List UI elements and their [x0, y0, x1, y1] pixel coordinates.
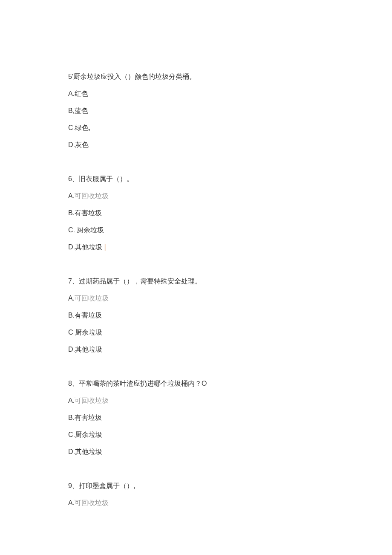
question-block: 8、平常喝茶的茶叶渣应扔进哪个垃圾桶内？OA.可回收垃圾B.有害垃圾C.厨余垃圾… — [68, 375, 324, 460]
question-text: 8、平常喝茶的茶叶渣应扔进哪个垃圾桶内？O — [68, 375, 324, 392]
option: C.绿色, — [68, 119, 324, 136]
option: C.厨余垃圾 — [68, 426, 324, 443]
option-text: 厨余垃圾 — [77, 226, 104, 234]
option-label: D. — [68, 243, 75, 251]
question-number: 6、 — [68, 175, 79, 182]
question-block: 9、打印墨盒属于（）,A.可回收垃圾 — [68, 477, 324, 512]
question-stem: 旧衣服属于（）。 — [79, 175, 133, 182]
question-block: 7、过期药品属于（），需要特殊安全处理。A.可回收垃圾B.有害垃圾C 厨余垃圾D… — [68, 273, 324, 358]
option-text: 其他垃圾 — [75, 346, 102, 353]
question-block: 6、旧衣服属于（）。A.可回收垃圾B.有害垃圾C. 厨余垃圾D.其他垃圾 | — [68, 171, 324, 256]
option: C 厨余垃圾 — [68, 324, 324, 341]
option-text: 灰色 — [75, 141, 89, 148]
option-label: A. — [68, 499, 75, 506]
question-stem: 平常喝茶的茶叶渣应扔进哪个垃圾桶内？O — [79, 380, 207, 387]
option-label: A. — [68, 397, 75, 404]
option-label: C. — [68, 431, 75, 438]
question-number: 7、 — [68, 278, 79, 285]
document-content: 5'厨余垃圾应投入（）颜色的垃圾分类桶。A.红色B,蓝色C.绿色,D.灰色6、旧… — [68, 68, 324, 512]
option-label: D. — [68, 448, 75, 455]
option: D.其他垃圾 — [68, 341, 324, 358]
option-text: 厨余垃圾 — [75, 431, 102, 438]
option-text: 其他垃圾 — [75, 243, 102, 251]
question-block: 5'厨余垃圾应投入（）颜色的垃圾分类桶。A.红色B,蓝色C.绿色,D.灰色 — [68, 68, 324, 153]
question-text: 5'厨余垃圾应投入（）颜色的垃圾分类桶。 — [68, 68, 324, 85]
option-text: 有害垃圾 — [75, 312, 102, 319]
option: D.其他垃圾 | — [68, 239, 324, 256]
question-stem: 打印墨盒属于（）, — [79, 482, 135, 489]
option-text: 其他垃圾 — [75, 448, 102, 455]
option: D.灰色 — [68, 136, 324, 153]
option-text: 有害垃圾 — [75, 209, 102, 217]
question-stem: 过期药品属于（），需要特殊安全处理。 — [79, 278, 202, 285]
option-label: C. — [68, 226, 77, 234]
option-text: 绿色, — [75, 124, 90, 131]
option-label: A. — [68, 90, 75, 97]
option-label: B. — [68, 209, 75, 217]
question-text: 9、打印墨盒属于（）, — [68, 477, 324, 494]
question-text: 6、旧衣服属于（）。 — [68, 171, 324, 188]
option-label: B, — [68, 107, 75, 114]
option-text: 可回收垃圾 — [75, 397, 109, 404]
option-label: D. — [68, 141, 75, 148]
question-stem: 厨余垃圾应投入（）颜色的垃圾分类桶。 — [73, 73, 196, 80]
option-text: 可回收垃圾 — [75, 499, 109, 506]
question-number: 5' — [68, 73, 73, 80]
option: A.可回收垃圾 — [68, 290, 324, 307]
option: A.可回收垃圾 — [68, 494, 324, 512]
option-label: A. — [68, 295, 75, 302]
option: A.可回收垃圾 — [68, 392, 324, 409]
option-label: B. — [68, 414, 75, 421]
question-number: 9、 — [68, 482, 79, 489]
option-text: 有害垃圾 — [75, 414, 102, 421]
option-text: 红色 — [75, 90, 88, 97]
option-label: C — [68, 329, 75, 336]
option-label: C. — [68, 124, 75, 131]
option: B.有害垃圾 — [68, 205, 324, 222]
option-label: A. — [68, 192, 75, 199]
option-label: B. — [68, 312, 75, 319]
option-text: 可回收垃圾 — [75, 295, 109, 302]
cursor-mark: | — [102, 243, 106, 251]
option: B,蓝色 — [68, 102, 324, 119]
option-text: 蓝色 — [75, 107, 88, 114]
option-text: 厨余垃圾 — [75, 329, 102, 336]
option: A.可回收垃圾 — [68, 188, 324, 205]
option: A.红色 — [68, 85, 324, 102]
question-text: 7、过期药品属于（），需要特殊安全处理。 — [68, 273, 324, 290]
option: B.有害垃圾 — [68, 409, 324, 426]
option-text: 可回收垃圾 — [75, 192, 109, 199]
option-label: D. — [68, 346, 75, 353]
option: C. 厨余垃圾 — [68, 222, 324, 239]
option: B.有害垃圾 — [68, 307, 324, 324]
option: D.其他垃圾 — [68, 443, 324, 460]
question-number: 8、 — [68, 380, 79, 387]
